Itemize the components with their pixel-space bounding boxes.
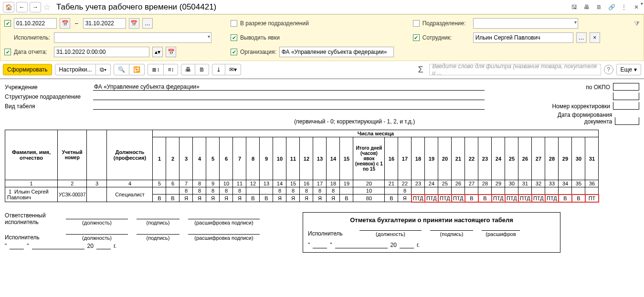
day-header: 2 — [166, 137, 179, 180]
text-filter-input[interactable]: Введите слово для фильтра (название това… — [429, 64, 601, 75]
col-number: 33 — [545, 180, 559, 187]
period-checkbox[interactable]: ✔ — [4, 20, 11, 27]
institution-label: Учреждение — [5, 84, 93, 91]
day-header: 17 — [398, 137, 412, 180]
employee-input[interactable]: Ильин Сергей Павлович — [473, 32, 573, 43]
generate-button[interactable]: Сформировать — [3, 64, 52, 75]
hours-cell: 8 — [233, 187, 246, 195]
mark-cell: В — [260, 195, 273, 202]
report-date-spinner[interactable]: ▴▾ — [152, 47, 163, 57]
report-date-calendar-button[interactable] — [166, 47, 176, 57]
col-number: 25 — [438, 180, 452, 187]
hours-cell: 8 — [398, 187, 412, 195]
date-to-input[interactable]: 31.10.2022 — [83, 18, 126, 29]
more-button[interactable]: Еще▾ — [616, 64, 641, 75]
mark-cell: ПТД — [438, 195, 452, 202]
kebab-icon[interactable]: ⋮ — [619, 2, 629, 12]
dept-select[interactable]: ▾ — [473, 18, 578, 29]
period-picker-button[interactable]: … — [142, 18, 153, 29]
day-header: 5 — [206, 137, 220, 180]
day-header: 24 — [492, 137, 505, 180]
executor-select[interactable]: ▾ — [54, 32, 211, 43]
report-date-input[interactable]: 31.10.2022 0:00:00 — [54, 47, 149, 57]
filter-funnel-icon[interactable]: ⧩ — [634, 20, 640, 28]
dept-checkbox[interactable]: ✔ — [413, 20, 420, 27]
date-to-calendar-button[interactable] — [129, 18, 139, 29]
corr-box — [613, 102, 639, 110]
org-select[interactable]: ФА «Управление субъекта федерации»▾ — [279, 47, 394, 57]
report-date-checkbox[interactable]: ✔ — [4, 49, 11, 55]
day-header: 14 — [327, 137, 340, 180]
col-month-days: Числа месяца — [153, 130, 599, 137]
show-attendance-checkbox[interactable]: ✔ — [231, 34, 237, 41]
doc-date-box — [615, 117, 639, 125]
employee-checkbox[interactable]: ✔ — [413, 34, 420, 41]
accounting-exec-label: Исполнитель — [308, 230, 351, 237]
col-number: 15 — [286, 180, 300, 187]
preview-icon[interactable]: 🗎 — [594, 2, 604, 12]
day-header: 25 — [505, 137, 518, 180]
by-dept-checkbox[interactable]: ✔ — [231, 20, 237, 27]
save-to-file-button[interactable]: ⤓ — [212, 64, 225, 75]
employee-label: Сотрудник: — [422, 34, 470, 41]
org-checkbox[interactable]: ✔ — [231, 49, 237, 55]
hours-cell: 8 — [220, 187, 233, 195]
home-button[interactable]: 🏠 — [3, 2, 14, 12]
mark-cell: ПТД — [532, 195, 545, 202]
hours-cell: 8 — [206, 187, 220, 195]
back-button[interactable]: ← — [16, 2, 28, 12]
link-icon[interactable]: 🔗 — [607, 2, 616, 12]
hours-cell: 8 — [193, 187, 206, 195]
col-number: 5 — [153, 180, 166, 187]
print-button[interactable]: 🖶 — [181, 64, 195, 75]
settings-copy-button[interactable]: ⧉▾ — [96, 64, 111, 75]
mark-cell: ПТД — [452, 195, 465, 202]
send-email-button[interactable]: ✉▾ — [225, 64, 241, 75]
hours-cell: 8 — [179, 187, 193, 195]
mark-cell: В — [246, 195, 260, 202]
accounting-box: Отметка бухгалтерии о принятии настоящег… — [303, 212, 560, 253]
sig-decode: (расшифровка подписи) — [188, 219, 260, 225]
col-number: 31 — [518, 180, 532, 187]
settings-button[interactable]: Настройки... — [55, 64, 96, 75]
col-number: 28 — [478, 180, 492, 187]
mark-cell: ПТД — [492, 195, 505, 202]
close-icon[interactable]: ✕ — [632, 2, 641, 12]
find-next-button[interactable]: 🔁 — [129, 64, 145, 75]
find-button[interactable]: 🔍 — [114, 64, 129, 75]
mark-cell: Я — [286, 195, 300, 202]
hours-cell: 8 — [327, 187, 340, 195]
mark-cell: В — [385, 195, 398, 202]
hours-cell — [505, 187, 518, 195]
page-title: Табель учета рабочего времени (0504421) — [56, 2, 216, 12]
mark-cell: Я — [233, 195, 246, 202]
sigma-icon[interactable]: Σ — [418, 65, 423, 75]
favorite-icon[interactable]: ☆ — [43, 2, 51, 12]
col-number: 4 — [107, 180, 153, 187]
day-header: 28 — [545, 137, 559, 180]
acc-decode: (расшифров — [482, 230, 520, 237]
collapse-button[interactable]: ≡↕ — [164, 64, 178, 75]
date-from-input[interactable]: 01.10.2022 — [14, 18, 57, 29]
print-icon[interactable]: 🖶 — [582, 2, 591, 12]
help-button[interactable]: ? — [604, 65, 613, 74]
save-icon[interactable]: 🖫 — [570, 2, 579, 12]
date-from-calendar-button[interactable] — [60, 18, 70, 29]
titlebar: 🏠 ← → ☆ Табель учета рабочего времени (0… — [0, 0, 644, 14]
report-area[interactable]: Учреждение ФА «Управление субъекта федер… — [0, 79, 644, 291]
print-options-button[interactable]: 🗎 — [195, 64, 209, 75]
col-number: 36 — [585, 180, 599, 187]
col-number: 18 — [327, 180, 340, 187]
mark-cell: Я — [300, 195, 313, 202]
col-number: 13 — [260, 180, 273, 187]
timesheet-table: Фамилия, имя, отчество Учетный номер Дол… — [5, 130, 599, 203]
employee-pick-button[interactable]: … — [576, 32, 587, 43]
hours-cell — [518, 187, 532, 195]
employee-clear-button[interactable]: × — [590, 32, 600, 43]
signatures-block: Ответственный исполнитель (должность) (п… — [5, 212, 639, 253]
show-attendance-label: Выводить явки — [240, 34, 280, 41]
expand-button[interactable]: ≣↕ — [148, 64, 164, 75]
hours-cell — [153, 187, 166, 195]
forward-button[interactable]: → — [30, 2, 41, 12]
col-number: 22 — [398, 180, 412, 187]
